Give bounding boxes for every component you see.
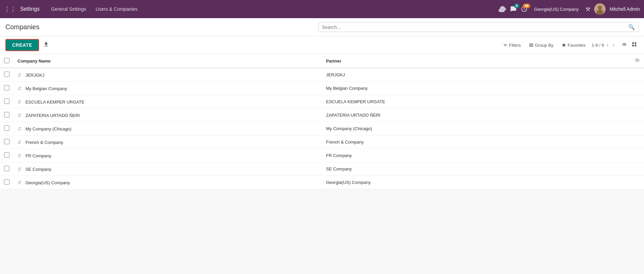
row-checkbox-cell[interactable] bbox=[0, 149, 13, 162]
partner-name-cell: My Belgian Company bbox=[322, 82, 631, 95]
chat-icon-btn[interactable]: 8 bbox=[510, 6, 517, 12]
pager-prev[interactable]: ‹ bbox=[605, 41, 610, 49]
row-checkbox[interactable] bbox=[4, 99, 9, 104]
company-name-value[interactable]: ESCUELA KEMPER URGATE bbox=[26, 100, 84, 105]
company-name-header[interactable]: Company Name bbox=[13, 54, 322, 68]
partner-name-cell: ZAPATERIA URTADO ÑERI bbox=[322, 109, 631, 122]
kanban-view-button[interactable] bbox=[630, 41, 639, 49]
partner-name-cell: Georgia(US) Company bbox=[322, 176, 631, 189]
company-name-cell: ⇵ ESCUELA KEMPER URGATE bbox=[13, 95, 322, 109]
row-actions-cell bbox=[631, 109, 644, 122]
current-company: Georgia(US) Company bbox=[534, 7, 579, 12]
row-checkbox-cell[interactable] bbox=[0, 68, 13, 82]
clock-badge: 48 bbox=[523, 4, 530, 8]
column-settings-button[interactable] bbox=[635, 57, 640, 64]
view-toggle bbox=[620, 41, 639, 49]
filters-button[interactable]: Filters bbox=[501, 41, 523, 49]
table-row[interactable]: ⇵ Georgia(US) Company Georgia(US) Compan… bbox=[0, 176, 644, 189]
table-row[interactable]: ⇵ My Belgian Company My Belgian Company bbox=[0, 82, 644, 95]
clock-icon-btn[interactable]: 48 bbox=[521, 6, 528, 12]
grid-icon[interactable]: ⋮⋮ bbox=[4, 5, 16, 13]
company-name-value[interactable]: My Belgian Company bbox=[26, 86, 67, 91]
company-name-cell: ⇵ French & Company bbox=[13, 135, 322, 149]
table-row[interactable]: ⇵ My Company (Chicago) My Company (Chica… bbox=[0, 122, 644, 135]
company-name-cell: ⇵ JERJGKJ bbox=[13, 68, 322, 82]
wrench-icon[interactable]: ⚒ bbox=[585, 6, 590, 12]
nav-general-settings[interactable]: General Settings bbox=[48, 5, 90, 13]
partner-name-value: ESCUELA KEMPER URGATE bbox=[326, 99, 385, 104]
partner-name-cell: FR Company bbox=[322, 149, 631, 162]
partner-name-cell: My Company (Chicago) bbox=[322, 122, 631, 135]
partner-name-cell: ESCUELA KEMPER URGATE bbox=[322, 95, 631, 109]
pager: 1-9 / 9 ‹ › bbox=[591, 41, 616, 49]
drag-handle-icon[interactable]: ⇵ bbox=[18, 126, 22, 131]
drag-handle-icon[interactable]: ⇵ bbox=[18, 99, 22, 105]
drag-handle-icon[interactable]: ⇵ bbox=[18, 153, 22, 158]
table-row[interactable]: ⇵ ZAPATERIA URTADO ÑERI ZAPATERIA URTADO… bbox=[0, 109, 644, 122]
drag-handle-icon[interactable]: ⇵ bbox=[18, 113, 22, 118]
group-by-button[interactable]: Group By bbox=[527, 41, 555, 49]
nav-users-companies[interactable]: Users & Companies bbox=[92, 5, 141, 13]
app-name[interactable]: Settings bbox=[20, 6, 40, 12]
select-all-checkbox[interactable] bbox=[4, 58, 9, 63]
row-checkbox[interactable] bbox=[4, 152, 9, 158]
row-checkbox[interactable] bbox=[4, 85, 9, 90]
create-button[interactable]: CREATE bbox=[5, 39, 39, 51]
drag-handle-icon[interactable]: ⇵ bbox=[18, 140, 22, 145]
partner-name-value: SE Company bbox=[326, 166, 352, 171]
table-row[interactable]: ⇵ JERJGKJ JERJGKJ bbox=[0, 68, 644, 82]
search-input[interactable] bbox=[322, 25, 629, 30]
drag-handle-icon[interactable]: ⇵ bbox=[18, 72, 22, 78]
company-name-value[interactable]: Georgia(US) Company bbox=[26, 180, 70, 185]
company-name-value[interactable]: French & Company bbox=[26, 140, 63, 145]
row-actions-cell bbox=[631, 95, 644, 109]
download-button[interactable] bbox=[40, 39, 52, 51]
table-header-row: Company Name Partner bbox=[0, 54, 644, 68]
row-checkbox-cell[interactable] bbox=[0, 176, 13, 189]
row-actions-cell bbox=[631, 149, 644, 162]
row-checkbox[interactable] bbox=[4, 112, 9, 117]
row-checkbox-cell[interactable] bbox=[0, 122, 13, 135]
company-name-value[interactable]: ZAPATERIA URTADO ÑERI bbox=[26, 113, 80, 118]
svg-point-1 bbox=[598, 6, 602, 10]
row-actions-cell bbox=[631, 162, 644, 176]
column-settings-header[interactable] bbox=[631, 54, 644, 68]
row-checkbox[interactable] bbox=[4, 125, 9, 131]
company-name-cell: ⇵ My Belgian Company bbox=[13, 82, 322, 95]
table-row[interactable]: ⇵ ESCUELA KEMPER URGATE ESCUELA KEMPER U… bbox=[0, 95, 644, 109]
table-row[interactable]: ⇵ FR Company FR Company bbox=[0, 149, 644, 162]
row-checkbox[interactable] bbox=[4, 179, 9, 185]
user-avatar[interactable] bbox=[594, 3, 606, 15]
row-actions-cell bbox=[631, 122, 644, 135]
row-checkbox[interactable] bbox=[4, 139, 9, 144]
table-row[interactable]: ⇵ SE Company SE Company bbox=[0, 162, 644, 176]
toolbar: CREATE Filters Group By Favorites 1-9 / … bbox=[0, 36, 644, 54]
row-checkbox-cell[interactable] bbox=[0, 95, 13, 109]
drag-handle-icon[interactable]: ⇵ bbox=[18, 166, 22, 172]
row-checkbox-cell[interactable] bbox=[0, 109, 13, 122]
favorites-button[interactable]: Favorites bbox=[560, 41, 587, 49]
admin-name: Mitchell Admin bbox=[610, 6, 640, 12]
cloud-icon-btn[interactable] bbox=[499, 6, 506, 12]
list-view-button[interactable] bbox=[620, 41, 629, 49]
drag-handle-icon[interactable]: ⇵ bbox=[18, 180, 22, 185]
row-checkbox-cell[interactable] bbox=[0, 135, 13, 149]
search-icon[interactable]: 🔍 bbox=[628, 24, 635, 30]
drag-handle-icon[interactable]: ⇵ bbox=[18, 86, 22, 91]
row-checkbox-cell[interactable] bbox=[0, 162, 13, 176]
row-checkbox-cell[interactable] bbox=[0, 82, 13, 95]
select-all-header[interactable] bbox=[0, 54, 13, 68]
top-navigation: ⋮⋮ Settings General Settings Users & Com… bbox=[0, 0, 644, 18]
table-row[interactable]: ⇵ French & Company French & Company bbox=[0, 135, 644, 149]
row-checkbox[interactable] bbox=[4, 166, 9, 171]
company-name-value[interactable]: SE Company bbox=[26, 167, 52, 172]
row-checkbox[interactable] bbox=[4, 72, 9, 77]
chat-badge: 8 bbox=[514, 4, 519, 8]
company-name-cell: ⇵ SE Company bbox=[13, 162, 322, 176]
company-name-value[interactable]: My Company (Chicago) bbox=[26, 126, 72, 131]
partner-header[interactable]: Partner bbox=[322, 54, 631, 68]
pager-next[interactable]: › bbox=[611, 41, 616, 49]
row-actions-cell bbox=[631, 82, 644, 95]
company-name-value[interactable]: JERJGKJ bbox=[26, 73, 44, 78]
company-name-value[interactable]: FR Company bbox=[26, 153, 52, 158]
